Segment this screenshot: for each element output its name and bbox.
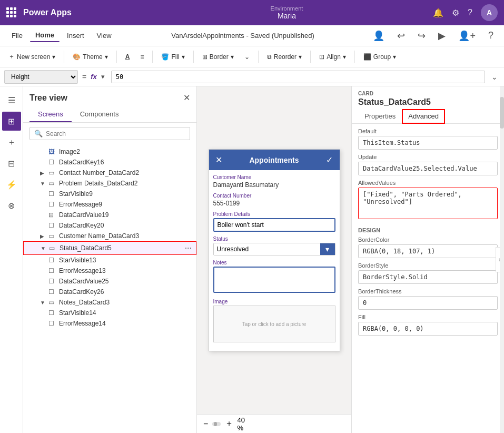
prop-border-thickness-input[interactable] bbox=[358, 296, 498, 310]
list-item[interactable]: ☐ DataCardKey26 bbox=[23, 287, 196, 297]
formula-input[interactable] bbox=[111, 71, 485, 83]
list-item[interactable]: ▶ ▭ Customer Name_DataCard3 bbox=[23, 231, 196, 241]
form-field-notes: Notes bbox=[213, 260, 335, 294]
align-props-button[interactable]: ⊡ Align ▾ bbox=[315, 51, 350, 63]
property-selector[interactable]: Height bbox=[4, 70, 78, 84]
border-button[interactable]: ⊞ Border ▾ bbox=[198, 51, 238, 63]
sidebar-icon-add[interactable]: ＋ bbox=[2, 133, 21, 152]
prop-allowed-values-input[interactable]: ["Fixed", "Parts Ordered", "Unresolved"] bbox=[358, 188, 498, 219]
border-expand-button[interactable]: ⌄ bbox=[240, 51, 254, 63]
group-button[interactable]: ⬛ Group ▾ bbox=[359, 51, 400, 63]
reorder-button[interactable]: ⧉ Reorder ▾ bbox=[263, 51, 306, 63]
help-icon[interactable]: ? bbox=[468, 8, 472, 17]
form-field-customer-name: Customer Name Damayanti Basumatary bbox=[213, 174, 335, 189]
zoom-out-button[interactable]: − bbox=[203, 419, 208, 429]
text-format-button[interactable]: A bbox=[121, 51, 134, 63]
list-item[interactable]: ▶ ▭ Contact Number_DataCard2 bbox=[23, 168, 196, 178]
tab-screens[interactable]: Screens bbox=[29, 107, 72, 122]
formula-expand-icon[interactable]: ⌄ bbox=[489, 71, 500, 83]
theme-button[interactable]: 🎨 Theme ▾ bbox=[68, 51, 112, 63]
notifications-icon[interactable]: 🔔 bbox=[433, 8, 443, 18]
tab-components[interactable]: Components bbox=[72, 107, 127, 122]
person-icon[interactable]: 👤 bbox=[369, 28, 389, 44]
menu-action-buttons: 👤 ↩ ↪ ▶ 👤+ ? bbox=[369, 28, 498, 44]
list-item[interactable]: ▼ ▭ Status_DataCard5 ··· bbox=[23, 241, 196, 255]
new-screen-button[interactable]: ＋ New screen ▾ bbox=[4, 50, 60, 63]
prop-border-style-input[interactable] bbox=[358, 270, 498, 284]
form-close-icon[interactable]: ✕ bbox=[215, 155, 222, 165]
sidebar-icon-screens[interactable]: ⊞ bbox=[2, 112, 21, 131]
prop-update-input[interactable] bbox=[358, 162, 498, 175]
prop-default-input[interactable] bbox=[358, 136, 498, 150]
field-icon: ☐ bbox=[48, 201, 57, 208]
avatar[interactable]: A bbox=[481, 4, 498, 21]
tree-search-box: 🔍 bbox=[29, 127, 190, 140]
align-button[interactable]: ≡ bbox=[136, 51, 148, 63]
toolbar-separator-6 bbox=[310, 51, 311, 63]
menu-view[interactable]: View bbox=[92, 29, 117, 42]
sidebar-icon-data[interactable]: ⊟ bbox=[2, 154, 21, 173]
image-upload-text: Tap or click to add a picture bbox=[242, 321, 307, 327]
prop-border-color-input[interactable] bbox=[358, 244, 498, 258]
toolbar-separator-3 bbox=[152, 51, 153, 63]
align-label: Align bbox=[327, 53, 341, 61]
redo-button[interactable]: ↪ bbox=[413, 28, 430, 44]
list-item[interactable]: ☐ ErrorMessage14 bbox=[23, 318, 196, 329]
form-field-image: Image Tap or click to add a picture bbox=[213, 299, 335, 342]
status-select[interactable]: Unresolved bbox=[214, 243, 335, 255]
sidebar-icon-variables[interactable]: ⚡ bbox=[2, 175, 21, 194]
field-value-customer-name: Damayanti Basumatary bbox=[213, 181, 335, 189]
prop-fill-input[interactable] bbox=[358, 322, 498, 336]
tab-advanced[interactable]: Advanced bbox=[402, 109, 445, 124]
app-launcher-icon[interactable] bbox=[6, 7, 17, 18]
prop-border-thickness: BorderThickness bbox=[358, 288, 498, 310]
card-icon: ▭ bbox=[48, 299, 57, 306]
chevron-down-icon: ▼ bbox=[40, 300, 46, 306]
formula-bar: Height = fx ▾ ⌄ bbox=[0, 67, 504, 86]
zoom-slider[interactable] bbox=[212, 422, 220, 426]
card-icon: ▭ bbox=[48, 180, 57, 187]
list-item[interactable]: 🖼 Image2 bbox=[23, 146, 196, 157]
fill-icon: 🪣 bbox=[161, 53, 169, 61]
notes-textarea[interactable] bbox=[213, 267, 335, 293]
list-item[interactable]: ☐ StarVisible9 bbox=[23, 189, 196, 199]
tree-close-button[interactable]: ✕ bbox=[183, 93, 190, 103]
menu-help-button[interactable]: ? bbox=[484, 28, 498, 43]
zoom-in-button[interactable]: ＋ bbox=[225, 418, 233, 429]
fx-label: fx bbox=[91, 73, 97, 81]
new-screen-label: New screen bbox=[17, 53, 50, 61]
list-item[interactable]: ☐ StarVisible14 bbox=[23, 308, 196, 318]
fill-button[interactable]: 🪣 Fill ▾ bbox=[157, 51, 189, 63]
list-item[interactable]: ▼ ▭ Notes_DataCard3 bbox=[23, 297, 196, 308]
list-item[interactable]: ☐ StarVisible13 bbox=[23, 255, 196, 265]
tab-properties[interactable]: Properties bbox=[358, 109, 402, 123]
list-item[interactable]: ☐ DataCardKey16 bbox=[23, 157, 196, 168]
list-item[interactable]: ☐ DataCardValue25 bbox=[23, 276, 196, 287]
image-upload-area[interactable]: Tap or click to add a picture bbox=[213, 306, 335, 342]
list-item[interactable]: ☐ ErrorMessage9 bbox=[23, 199, 196, 210]
list-item[interactable]: ☐ ErrorMessage13 bbox=[23, 265, 196, 276]
sidebar-icon-hamburger[interactable]: ☰ bbox=[2, 91, 21, 110]
form-check-icon[interactable]: ✓ bbox=[326, 155, 333, 165]
scrollbar-thumb[interactable] bbox=[500, 97, 504, 129]
sidebar-icon-connections[interactable]: ⊗ bbox=[2, 196, 21, 215]
form-title: Appointments bbox=[249, 156, 299, 164]
list-item[interactable]: ▼ ▭ Problem Details_DataCard2 bbox=[23, 178, 196, 189]
group-icon: ⬛ bbox=[363, 53, 371, 61]
more-menu-icon[interactable]: ··· bbox=[185, 243, 192, 253]
form-body: Customer Name Damayanti Basumatary Conta… bbox=[209, 170, 340, 351]
form-field-problem-details: Problem Details Boiler won't start bbox=[213, 211, 335, 232]
menu-home[interactable]: Home bbox=[30, 29, 60, 42]
undo-button[interactable]: ↩ bbox=[393, 28, 409, 44]
menu-insert[interactable]: Insert bbox=[62, 29, 90, 42]
share-button[interactable]: 👤+ bbox=[454, 28, 480, 44]
run-button[interactable]: ▶ bbox=[434, 28, 450, 44]
prop-border-thickness-label: BorderThickness bbox=[358, 288, 498, 294]
field-icon: ☐ bbox=[48, 222, 57, 229]
list-item[interactable]: ☐ DataCardKey20 bbox=[23, 220, 196, 231]
menu-file[interactable]: File bbox=[6, 29, 28, 42]
search-input[interactable] bbox=[46, 130, 185, 137]
settings-icon[interactable]: ⚙ bbox=[452, 8, 459, 18]
list-item[interactable]: ⊟ DataCardValue19 bbox=[23, 210, 196, 220]
field-input-problem-details[interactable]: Boiler won't start bbox=[213, 218, 335, 232]
